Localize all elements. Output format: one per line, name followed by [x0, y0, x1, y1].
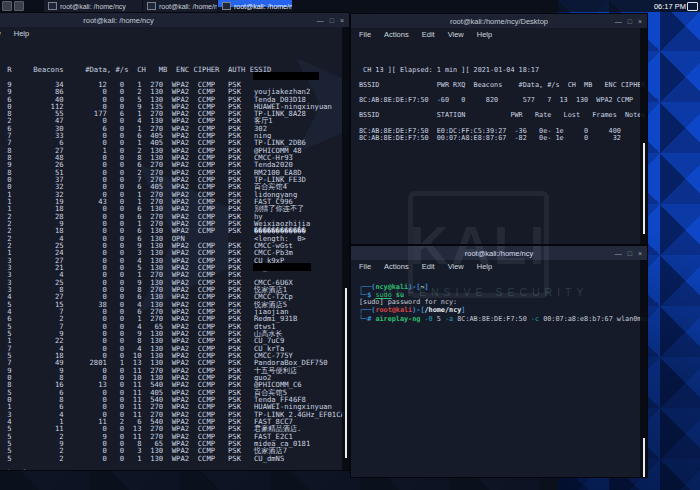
scrollbar-thumb[interactable]: [643, 143, 645, 234]
menu-actions[interactable]: Actions: [384, 30, 409, 39]
menubar: File Actions Edit View Help: [0, 27, 349, 40]
window-titlebar[interactable]: root@kali:/home/ncy/Desktop: [351, 14, 647, 28]
menu-view[interactable]: View: [0, 29, 1, 38]
close-icon[interactable]: ×: [340, 17, 344, 24]
desktop: root@kali: /home/ncy root@kali: /home/nc…: [0, 0, 700, 490]
close-icon[interactable]: ×: [638, 250, 642, 257]
redaction-box: [253, 263, 311, 271]
menu-file[interactable]: File: [359, 262, 371, 271]
terminal-icon: [147, 2, 156, 10]
prompt-fragment: e/ncy]: [1, 468, 27, 471]
minimize-icon[interactable]: —: [317, 17, 324, 24]
window-controls: — □ ×: [615, 14, 642, 28]
terminal-shell-lines[interactable]: ┌──(ncy@kali)-[~]└─$ sudo su[sudo] passw…: [359, 284, 648, 324]
scrollbar[interactable]: [640, 28, 647, 244]
menubar: File Actions Edit View Help: [351, 28, 647, 41]
terminal-icon: [222, 2, 231, 10]
window-airodump-scan: root@kali: /home/ncy — □ × File Actions …: [0, 12, 350, 471]
menu-file[interactable]: File: [359, 30, 371, 39]
menu-help[interactable]: Help: [477, 30, 492, 39]
taskbar-button-label: root@kali: /home/ncy: [60, 3, 126, 10]
clock[interactable]: 06:17 PM: [654, 0, 686, 12]
menu-help[interactable]: Help: [14, 29, 29, 38]
scrollbar[interactable]: [640, 260, 647, 477]
scrollbar-thumb[interactable]: [643, 438, 645, 478]
scrollbar-thumb[interactable]: [345, 288, 347, 458]
close-icon[interactable]: ×: [638, 18, 642, 25]
taskbar-window-button-1[interactable]: root@kali: /home/ncy: [44, 0, 143, 12]
scrollbar[interactable]: [342, 27, 349, 470]
terminal-output-target[interactable]: CH 13 ][ Elapsed: 1 min ][ 2021-01-04 18…: [359, 67, 645, 143]
window-title: root@kali: /home/ncy: [83, 16, 154, 25]
maximize-icon[interactable]: □: [628, 250, 632, 257]
redaction-box: [253, 72, 319, 80]
taskbar-button-label: root@kali: /home/ncy: [234, 3, 293, 10]
panel-app-icon-1[interactable]: [2, 1, 12, 11]
taskbar-window-button-3[interactable]: root@kali: /home/ncy: [218, 0, 293, 12]
maximize-icon[interactable]: □: [628, 18, 632, 25]
menu-edit[interactable]: Edit: [422, 30, 435, 39]
terminal-icon: [48, 2, 57, 10]
window-controls: — □ ×: [615, 246, 642, 260]
panel-app-icon-2[interactable]: [14, 1, 24, 11]
window-titlebar[interactable]: root@kali: /home/ncy: [0, 13, 349, 27]
minimize-icon[interactable]: —: [615, 250, 622, 257]
display-icon[interactable]: [687, 2, 698, 11]
menu-actions[interactable]: Actions: [384, 262, 409, 271]
window-aireplay: root@kali:/home/ncy — □ × File Actions E…: [350, 245, 648, 478]
menu-view[interactable]: View: [448, 30, 464, 39]
maximize-icon[interactable]: □: [330, 17, 334, 24]
taskbar-button-label: root@kali: /home/ncy/D...: [159, 3, 218, 10]
window-controls: — □ ×: [317, 13, 344, 27]
taskbar: root@kali: /home/ncy root@kali: /home/nc…: [0, 0, 700, 12]
window-title: root@kali:/home/ncy/Desktop: [450, 17, 548, 26]
taskbar-window-button-2[interactable]: root@kali: /home/ncy/D...: [143, 0, 218, 12]
window-airodump-target: root@kali:/home/ncy/Desktop — □ × File A…: [350, 13, 648, 245]
minimize-icon[interactable]: —: [615, 18, 622, 25]
kali-watermark-logo: KALI: [408, 191, 549, 245]
